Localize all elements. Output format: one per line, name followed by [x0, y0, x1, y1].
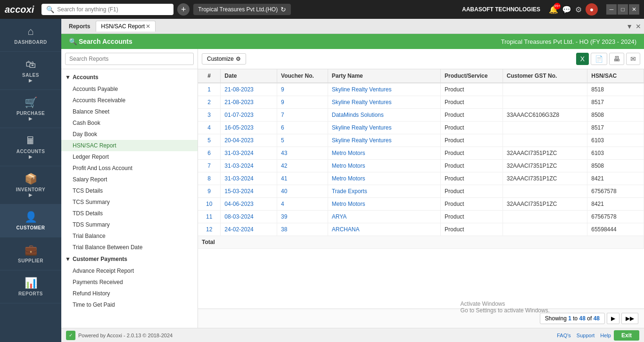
footer-link-support[interactable]: Support: [577, 333, 595, 338]
cell-party[interactable]: Metro Motors: [328, 172, 440, 185]
cell-voucher[interactable]: 39: [277, 211, 328, 223]
cell-party[interactable]: Skyline Realty Ventures: [328, 83, 440, 96]
cell-voucher[interactable]: 7: [277, 109, 328, 122]
cell-voucher[interactable]: 43: [277, 147, 328, 160]
cell-date[interactable]: 20-04-2023: [221, 134, 277, 147]
list-item-ledger-report[interactable]: Ledger Report: [61, 151, 198, 163]
cell-party[interactable]: Skyline Realty Ventures: [328, 134, 440, 147]
cell-voucher[interactable]: 40: [277, 185, 328, 198]
sidebar-item-supplier[interactable]: 💼 SUPPLIER: [0, 237, 61, 270]
cell-date[interactable]: 15-03-2024: [221, 185, 277, 198]
accounts-section-header[interactable]: ▼ Accounts: [61, 71, 198, 83]
list-item-salary-report[interactable]: Salary Report: [61, 174, 198, 185]
list-item-trial-balance[interactable]: Trial Balance: [61, 230, 198, 242]
cell-voucher[interactable]: 5: [277, 134, 328, 147]
tab-close-all-icon[interactable]: ✕: [636, 23, 641, 30]
email-button[interactable]: ✉: [626, 53, 640, 65]
list-item-advance-receipt[interactable]: Advance Receipt Report: [61, 265, 198, 277]
cell-party[interactable]: Metro Motors: [328, 147, 440, 160]
notifications-icon[interactable]: 🔔 99+: [549, 5, 558, 14]
tab-close-icon[interactable]: ✕: [146, 23, 150, 30]
cell-num[interactable]: 3: [198, 109, 221, 122]
sidebar-item-sales[interactable]: 🛍 SALES ▶: [0, 52, 61, 90]
cell-date[interactable]: 16-05-2023: [221, 122, 277, 134]
list-item-tcs-summary[interactable]: TCS Summary: [61, 196, 198, 208]
cell-party[interactable]: DataMinds Solutions: [328, 109, 440, 122]
cell-num[interactable]: 4: [198, 122, 221, 134]
list-item-time-to-get-paid[interactable]: Time to Get Paid: [61, 299, 198, 310]
list-item-tds-details[interactable]: TDS Details: [61, 208, 198, 219]
cell-party[interactable]: Metro Motors: [328, 198, 440, 211]
cell-date[interactable]: 31-03-2024: [221, 147, 277, 160]
cell-date[interactable]: 21-08-2023: [221, 96, 277, 109]
sidebar-item-dashboard[interactable]: ⌂ DASHBOARD: [0, 19, 61, 52]
cell-party[interactable]: Trade Exports: [328, 185, 440, 198]
cell-date[interactable]: 31-03-2024: [221, 160, 277, 172]
cell-party[interactable]: ARCHANA: [328, 223, 440, 236]
export-pdf-button[interactable]: 📄: [591, 53, 607, 65]
add-button[interactable]: +: [177, 3, 190, 16]
list-item-payments-received[interactable]: Payments Received: [61, 277, 198, 288]
tab-dropdown-icon[interactable]: ▼: [626, 23, 633, 30]
sidebar-item-purchase[interactable]: 🛒 PURCHASE ▶: [0, 90, 61, 128]
cell-party[interactable]: Metro Motors: [328, 160, 440, 172]
close-button[interactable]: ✕: [629, 4, 639, 15]
cell-voucher[interactable]: 41: [277, 172, 328, 185]
cell-voucher[interactable]: 9: [277, 96, 328, 109]
list-item-balance-sheet[interactable]: Balance Sheet: [61, 106, 198, 117]
cell-voucher[interactable]: 38: [277, 223, 328, 236]
sidebar-item-inventory[interactable]: 📦 INVENTORY ▶: [0, 166, 61, 204]
cell-num[interactable]: 11: [198, 211, 221, 223]
cell-num[interactable]: 10: [198, 198, 221, 211]
list-item-tcs-details[interactable]: TCS Details: [61, 185, 198, 196]
customize-button[interactable]: Customize ⚙: [202, 53, 246, 65]
cell-num[interactable]: 2: [198, 96, 221, 109]
pagination-last-button[interactable]: ▶▶: [621, 313, 638, 324]
cell-party[interactable]: Skyline Realty Ventures: [328, 122, 440, 134]
cell-voucher[interactable]: 4: [277, 198, 328, 211]
list-item-day-book[interactable]: Day Book: [61, 129, 198, 140]
cell-num[interactable]: 6: [198, 147, 221, 160]
cell-num[interactable]: 9: [198, 185, 221, 198]
cell-party[interactable]: Skyline Realty Ventures: [328, 96, 440, 109]
list-item-accounts-payable[interactable]: Accounts Payable: [61, 83, 198, 95]
list-item-trial-balance-between[interactable]: Trial Balance Between Date: [61, 242, 198, 253]
cell-voucher[interactable]: 9: [277, 83, 328, 96]
list-item-hsnsac-report[interactable]: HSN/SAC Report: [61, 140, 198, 151]
maximize-button[interactable]: □: [618, 4, 628, 15]
minimize-button[interactable]: ─: [606, 4, 617, 15]
cell-date[interactable]: 08-03-2024: [221, 211, 277, 223]
tab-hsnsac[interactable]: HSN/SAC Report ✕: [96, 21, 156, 32]
cell-date[interactable]: 31-03-2024: [221, 172, 277, 185]
cell-date[interactable]: 01-07-2023: [221, 109, 277, 122]
list-item-refund-history[interactable]: Refund History: [61, 288, 198, 299]
exit-button[interactable]: Exit: [614, 330, 639, 341]
cell-voucher[interactable]: 6: [277, 122, 328, 134]
settings-icon[interactable]: ⚙: [575, 5, 582, 14]
footer-link-faq[interactable]: FAQ's: [557, 333, 571, 338]
global-search-box[interactable]: 🔍: [41, 4, 173, 15]
user-avatar[interactable]: ●: [586, 3, 598, 16]
sidebar-item-customer[interactable]: 👤 CUSTOMER: [0, 204, 61, 237]
list-item-accounts-receivable[interactable]: Accounts Receivable: [61, 95, 198, 106]
cell-date[interactable]: 24-02-2024: [221, 223, 277, 236]
cell-date[interactable]: 21-08-2023: [221, 83, 277, 96]
customer-payments-section-header[interactable]: ▼ Customer Payments: [61, 253, 198, 265]
sidebar-item-reports[interactable]: 📊 REPORTS: [0, 270, 61, 303]
list-item-cash-book[interactable]: Cash Book: [61, 117, 198, 129]
cell-num[interactable]: 5: [198, 134, 221, 147]
refresh-icon[interactable]: ↻: [281, 6, 286, 13]
footer-link-help[interactable]: Help: [600, 333, 611, 338]
list-item-tds-summary[interactable]: TDS Summary: [61, 219, 198, 230]
pagination-next-button[interactable]: ▶: [607, 313, 619, 324]
cell-date[interactable]: 04-06-2023: [221, 198, 277, 211]
company-selector[interactable]: Tropical Treasures Pvt Ltd.(HO) ↻: [193, 4, 291, 15]
cell-party[interactable]: ARYA: [328, 211, 440, 223]
global-search-input[interactable]: [57, 6, 161, 13]
print-button[interactable]: 🖶: [609, 53, 624, 65]
messages-icon[interactable]: 💬: [562, 5, 571, 14]
list-item-profit-loss[interactable]: Profit And Loss Account: [61, 163, 198, 174]
search-reports-input[interactable]: [65, 53, 194, 65]
cell-num[interactable]: 12: [198, 223, 221, 236]
export-excel-button[interactable]: X: [576, 53, 589, 65]
